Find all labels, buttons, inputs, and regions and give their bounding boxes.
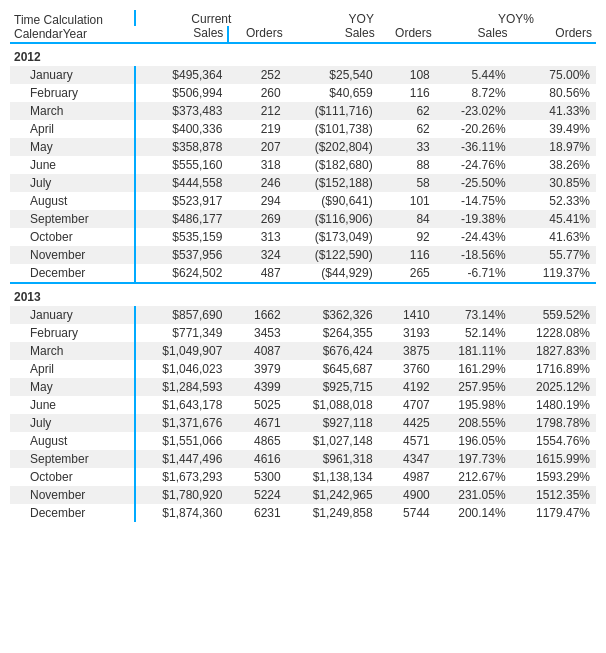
yoypct-sales: 181.11% [436,342,512,360]
data-table: Time Calculation CalendarYear Current YO… [10,10,596,522]
yoy-sales: ($90,641) [287,192,379,210]
header-yoy-sales: Sales [287,26,379,43]
yoy-sales: ($122,590) [287,246,379,264]
yoypct-sales: 197.73% [436,450,512,468]
yoypct-sales: 52.14% [436,324,512,342]
yoy-sales: ($152,188) [287,174,379,192]
yoypct-orders: 39.49% [512,120,596,138]
cur-orders: 5300 [228,468,286,486]
cur-sales: $1,049,907 [135,342,228,360]
yoy-sales: $40,659 [287,84,379,102]
yoypct-orders: 119.37% [512,264,596,283]
cur-orders: 4087 [228,342,286,360]
yoypct-orders: 75.00% [512,66,596,84]
yoypct-sales: -25.50% [436,174,512,192]
yoypct-orders: 1798.78% [512,414,596,432]
cur-sales: $486,177 [135,210,228,228]
cur-orders: 1662 [228,306,286,324]
table-row: May$1,284,5934399$925,7154192257.95%2025… [10,378,596,396]
table-row: February$771,3493453$264,355319352.14%12… [10,324,596,342]
yoypct-orders: 2025.12% [512,378,596,396]
cur-orders: 5224 [228,486,286,504]
cur-sales: $1,643,178 [135,396,228,414]
yoypct-sales: 231.05% [436,486,512,504]
yoy-sales: ($202,804) [287,138,379,156]
yoypct-orders: 1615.99% [512,450,596,468]
yoy-orders: 4192 [379,378,436,396]
yoy-orders: 58 [379,174,436,192]
month-label: March [10,342,135,360]
cur-sales: $857,690 [135,306,228,324]
yoy-sales: $1,249,858 [287,504,379,522]
yoy-sales: $927,118 [287,414,379,432]
table-row: August$523,917294($90,641)101-14.75%52.3… [10,192,596,210]
cur-orders: 4671 [228,414,286,432]
yoypct-sales: -6.71% [436,264,512,283]
yoy-sales: $1,027,148 [287,432,379,450]
cur-sales: $537,956 [135,246,228,264]
header-yoypct: YOY% [436,10,596,26]
yoypct-sales: 257.95% [436,378,512,396]
yoypct-sales: 212.67% [436,468,512,486]
yoypct-sales: -24.76% [436,156,512,174]
yoy-orders: 101 [379,192,436,210]
table-row: January$857,6901662$362,326141073.14%559… [10,306,596,324]
yoypct-orders: 45.41% [512,210,596,228]
yoy-orders: 84 [379,210,436,228]
yoy-orders: 4425 [379,414,436,432]
table-row: December$624,502487($44,929)265-6.71%119… [10,264,596,283]
cur-sales: $506,994 [135,84,228,102]
table-row: April$400,336219($101,738)62-20.26%39.49… [10,120,596,138]
cur-orders: 252 [228,66,286,84]
yoy-orders: 88 [379,156,436,174]
header-yoy-orders: Orders [379,26,436,43]
yoy-orders: 4707 [379,396,436,414]
month-label: May [10,378,135,396]
table-row: November$537,956324($122,590)116-18.56%5… [10,246,596,264]
year-group-row: 2013 [10,283,596,306]
yoypct-orders: 1593.29% [512,468,596,486]
cur-sales: $1,673,293 [135,468,228,486]
cur-orders: 3979 [228,360,286,378]
yoypct-sales: -19.38% [436,210,512,228]
cur-sales: $373,483 [135,102,228,120]
yoypct-orders: 30.85% [512,174,596,192]
yoypct-orders: 41.63% [512,228,596,246]
cur-orders: 313 [228,228,286,246]
year-group-row: 2012 [10,43,596,66]
yoypct-sales: -24.43% [436,228,512,246]
cur-sales: $400,336 [135,120,228,138]
cur-sales: $1,874,360 [135,504,228,522]
yoy-sales: $362,326 [287,306,379,324]
yoy-orders: 5744 [379,504,436,522]
yoypct-sales: -20.26% [436,120,512,138]
month-label: October [10,468,135,486]
yoy-orders: 3875 [379,342,436,360]
yoypct-orders: 1554.76% [512,432,596,450]
month-label: January [10,306,135,324]
table-row: June$1,643,1785025$1,088,0184707195.98%1… [10,396,596,414]
year-label: 2013 [10,283,596,306]
yoy-sales: $1,138,134 [287,468,379,486]
yoypct-orders: 38.26% [512,156,596,174]
yoy-sales: ($116,906) [287,210,379,228]
yoypct-orders: 1716.89% [512,360,596,378]
cur-sales: $358,878 [135,138,228,156]
table-body: 2012January$495,364252$25,5401085.44%75.… [10,43,596,522]
month-label: August [10,192,135,210]
yoy-orders: 62 [379,120,436,138]
yoy-sales: ($101,738) [287,120,379,138]
yoy-orders: 4347 [379,450,436,468]
cur-sales: $495,364 [135,66,228,84]
yoy-orders: 108 [379,66,436,84]
yoy-sales: ($44,929) [287,264,379,283]
yoypct-sales: 195.98% [436,396,512,414]
month-label: April [10,360,135,378]
yoy-orders: 116 [379,246,436,264]
yoypct-sales: 5.44% [436,66,512,84]
cur-sales: $624,502 [135,264,228,283]
cur-orders: 212 [228,102,286,120]
yoypct-sales: 73.14% [436,306,512,324]
cur-sales: $535,159 [135,228,228,246]
table-row: September$486,177269($116,906)84-19.38%4… [10,210,596,228]
